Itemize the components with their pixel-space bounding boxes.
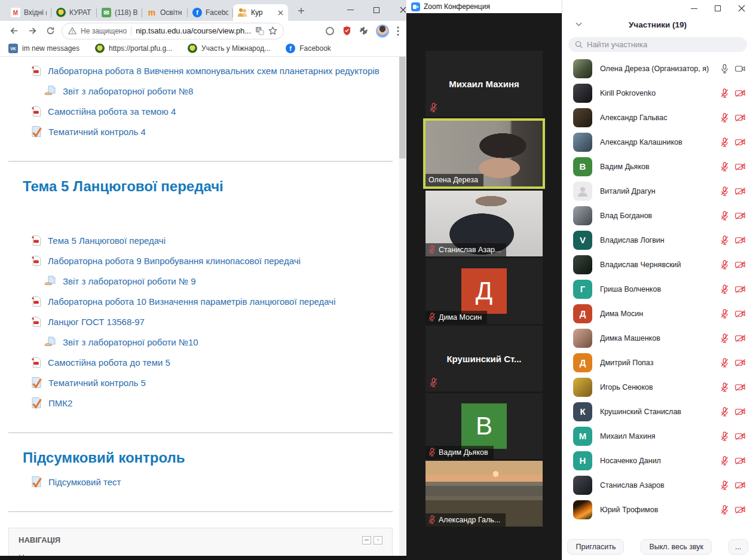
- browser-tab[interactable]: КУРАТ: [51, 4, 97, 21]
- chevron-down-icon[interactable]: [576, 22, 582, 26]
- course-link[interactable]: Тема 5 Ланцюгової передачі: [48, 235, 166, 246]
- extension-circle-icon[interactable]: [325, 26, 335, 36]
- mute-all-button[interactable]: Выкл. весь звук: [641, 539, 712, 555]
- participant-row[interactable]: Д Дима Мосин: [562, 301, 753, 326]
- browser-tab[interactable]: Освітн: [142, 4, 188, 21]
- adblock-shield-icon[interactable]: [342, 26, 351, 36]
- pdf-file-icon[interactable]: [31, 255, 41, 267]
- course-link[interactable]: Самостійна робота за темою 4: [48, 106, 176, 117]
- quiz-icon[interactable]: [31, 476, 42, 488]
- video-tile[interactable]: Александр Галь...: [426, 461, 543, 527]
- participant-row[interactable]: V Владислав Логвин: [562, 228, 753, 252]
- close-button[interactable]: [737, 4, 746, 13]
- reload-icon[interactable]: [46, 26, 55, 35]
- url-text[interactable]: nip.tsatu.edu.ua/course/view.ph...: [136, 26, 251, 35]
- back-icon[interactable]: [9, 26, 19, 36]
- course-link[interactable]: Звіт з лабораторної роботи №8: [63, 86, 193, 96]
- browser-tab[interactable]: Кур: [233, 4, 288, 21]
- course-link[interactable]: Звіт з лабораторної роботи №10: [63, 337, 198, 347]
- collapse-block-icon[interactable]: [362, 536, 371, 544]
- translate-icon[interactable]: A: [255, 26, 264, 35]
- pdf-file-icon[interactable]: [31, 65, 41, 76]
- video-tile[interactable]: Крушинский Ст...: [426, 326, 543, 391]
- participant-row[interactable]: Kirill Pokrovenko: [562, 81, 753, 105]
- participant-row[interactable]: Виталий Драгун: [562, 179, 753, 203]
- video-tile[interactable]: Олена Дереза: [426, 121, 543, 186]
- participant-row[interactable]: К Крушинский Станислав: [562, 399, 753, 424]
- course-link[interactable]: Тематичний контроль 4: [48, 127, 146, 137]
- profile-avatar[interactable]: [376, 25, 389, 38]
- course-link[interactable]: ПМК2: [48, 398, 72, 408]
- participant-row[interactable]: Юрий Трофимов: [562, 497, 753, 522]
- pdf-file-icon[interactable]: [31, 357, 41, 368]
- participant-row[interactable]: М Михаил Махиня: [562, 424, 753, 448]
- more-button[interactable]: ...: [728, 539, 748, 555]
- video-tile[interactable]: Михаил Махиня: [426, 51, 543, 117]
- invite-button[interactable]: Пригласить: [567, 539, 624, 555]
- quiz-icon[interactable]: [31, 126, 42, 137]
- scrollbar-thumb[interactable]: [399, 57, 406, 158]
- course-link[interactable]: Самостійна робота до теми 5: [48, 357, 170, 368]
- participant-search-input[interactable]: Найти участника: [568, 37, 747, 52]
- quiz-icon[interactable]: [31, 377, 42, 388]
- dock-block-icon[interactable]: ‹: [374, 536, 382, 544]
- participant-row[interactable]: Г Гриша Волченков: [562, 277, 753, 301]
- participant-row[interactable]: Александр Гальвас: [562, 105, 753, 130]
- browser-tab[interactable]: Facebo: [188, 4, 233, 21]
- course-link[interactable]: Ланцюг ГОСТ 13568-97: [48, 317, 145, 327]
- course-link[interactable]: Лабораторна робота 9 Випробування клиноп…: [48, 256, 301, 266]
- close-button[interactable]: [390, 0, 406, 20]
- browser-tab[interactable]: Вхідні (: [6, 4, 51, 21]
- course-row: Самостійна робота до теми 5: [0, 356, 406, 369]
- participant-row[interactable]: Владислав Чернявский: [562, 252, 753, 277]
- pdf-file-icon[interactable]: [31, 235, 41, 246]
- participant-row[interactable]: Димка Машенков: [562, 326, 753, 350]
- assignment-icon[interactable]: [44, 85, 56, 96]
- course-link[interactable]: Підсумковий контроль: [23, 449, 185, 466]
- extensions-puzzle-icon[interactable]: [359, 26, 368, 35]
- quiz-icon[interactable]: [31, 397, 42, 409]
- mic-muted-icon: [721, 432, 728, 441]
- new-tab-button[interactable]: [294, 4, 308, 18]
- participant-row[interactable]: Станислав Азаров: [562, 473, 753, 497]
- tab-close-icon[interactable]: [278, 10, 283, 16]
- bookmark-star-icon[interactable]: [268, 26, 277, 35]
- course-link[interactable]: Підсумковий тест: [48, 477, 121, 487]
- course-link[interactable]: Лабораторна робота 8 Вивчення компонувал…: [48, 66, 379, 76]
- pdf-file-icon[interactable]: [31, 296, 41, 307]
- participant-row[interactable]: Олена Дереза (Организатор, я): [562, 56, 753, 81]
- video-tile[interactable]: В Вадим Дьяков: [426, 393, 543, 459]
- video-tile[interactable]: Станислав Азар...: [426, 191, 543, 256]
- bookmark-item[interactable]: https://portal.pfu.g...: [95, 44, 172, 53]
- forward-icon[interactable]: [27, 26, 38, 36]
- participants-panel: Участники (19) Найти участника Олена Дер…: [562, 0, 753, 560]
- participant-row[interactable]: Влад Богданов: [562, 203, 753, 228]
- pdf-file-icon[interactable]: [31, 316, 41, 328]
- course-link[interactable]: Тема 5 Ланцюгової передачі: [23, 178, 224, 194]
- maximize-button[interactable]: [363, 0, 390, 20]
- participants-title: Участники (19): [629, 20, 687, 29]
- bookmark-item[interactable]: im new messages: [8, 44, 79, 53]
- course-link[interactable]: Звіт з лабораторної роботи № 9: [63, 276, 195, 286]
- participant-row[interactable]: Александр Калашников: [562, 130, 753, 154]
- scrollbar[interactable]: [399, 57, 406, 556]
- browser-tab[interactable]: (118) В: [97, 4, 142, 21]
- bookmark-item[interactable]: Facebook: [286, 44, 331, 53]
- participant-row[interactable]: Игорь Сенюков: [562, 375, 753, 399]
- security-label[interactable]: Не защищено: [81, 27, 127, 35]
- course-link[interactable]: Лабораторна робота 10 Визначення парамет…: [48, 296, 335, 307]
- minimize-button[interactable]: [690, 4, 698, 13]
- assignment-icon[interactable]: [44, 276, 56, 286]
- video-tile[interactable]: Д Дима Мосин: [426, 258, 543, 324]
- address-bar[interactable]: Не защищено nip.tsatu.edu.ua/course/view…: [62, 23, 284, 39]
- course-link[interactable]: Тематичний контроль 5: [48, 378, 146, 388]
- participant-row[interactable]: Н Носаченко Данил: [562, 448, 753, 473]
- maximize-button[interactable]: [714, 4, 722, 13]
- minimize-button[interactable]: [337, 0, 363, 20]
- assignment-icon[interactable]: [44, 336, 56, 347]
- pdf-file-icon[interactable]: [31, 106, 41, 117]
- participant-row[interactable]: В Вадим Дьяков: [562, 154, 753, 179]
- menu-dots-icon[interactable]: [397, 26, 399, 36]
- participant-row[interactable]: Д Дмитрий Попаз: [562, 350, 753, 375]
- bookmark-item[interactable]: Участь у Міжнарод...: [188, 44, 270, 53]
